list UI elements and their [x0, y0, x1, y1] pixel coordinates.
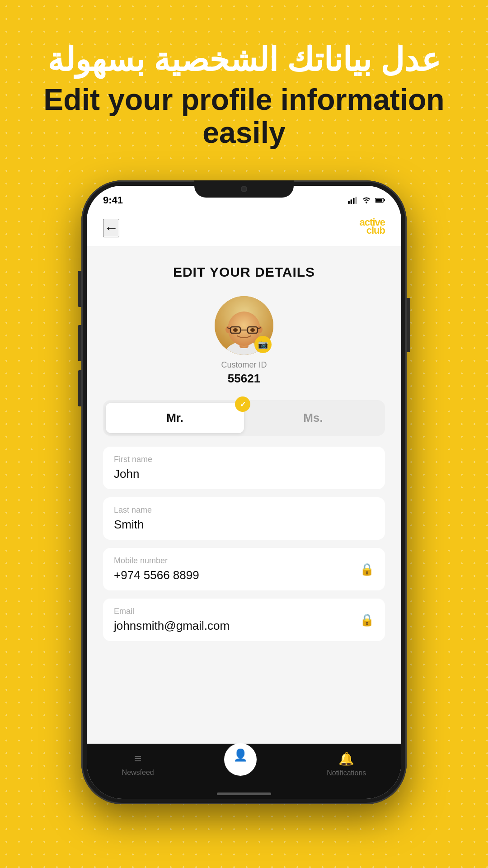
profile-nav-button[interactable]: 👤 Profile	[224, 743, 257, 776]
app-header: ← active club	[87, 210, 401, 246]
signal-icon	[348, 197, 358, 204]
avatar-wrapper: 📷	[215, 296, 273, 355]
email-field: Email johnsmith@gmail.com 🔒	[103, 599, 385, 641]
page-container: عدل بياناتك الشخصية بسهولة Edit your pro…	[0, 0, 488, 804]
back-button[interactable]: ←	[103, 219, 119, 237]
nav-label-profile: Profile	[231, 764, 249, 771]
email-value: johnsmith@gmail.com	[114, 619, 374, 633]
first-name-value: John	[114, 467, 374, 481]
nav-label-notifications: Notifications	[327, 769, 366, 777]
svg-rect-3	[355, 197, 357, 204]
notifications-icon: 🔔	[338, 751, 354, 766]
nav-item-notifications[interactable]: 🔔 Notifications	[327, 751, 366, 777]
email-label: Email	[114, 607, 374, 616]
svg-rect-0	[348, 201, 350, 204]
headline-arabic: عدل بياناتك الشخصية بسهولة	[47, 41, 441, 79]
mobile-value: +974 5566 8899	[114, 568, 374, 582]
last-name-label: Last name	[114, 505, 374, 515]
avatar-section: 📷 Customer ID 55621	[103, 296, 385, 386]
section-title: EDIT YOUR DETAILS	[103, 264, 385, 280]
phone-shell: 9:41	[81, 180, 407, 804]
app-logo: active club	[360, 220, 385, 236]
lock-icon-mobile: 🔒	[360, 562, 374, 576]
svg-rect-7	[384, 199, 385, 201]
camera-badge[interactable]: 📷	[254, 336, 272, 353]
battery-icon	[375, 197, 385, 204]
gender-selector: Mr. ✓ Ms.	[103, 400, 385, 436]
status-time: 9:41	[103, 194, 123, 206]
svg-point-4	[366, 202, 367, 204]
nav-item-newsfeed[interactable]: ≡ Newsfeed	[122, 751, 154, 777]
svg-point-19	[233, 328, 238, 332]
last-name-field[interactable]: Last name Smith	[103, 497, 385, 540]
profile-icon: 👤	[233, 748, 248, 762]
scroll-content[interactable]: EDIT YOUR DETAILS	[87, 246, 401, 744]
phone-notch	[194, 180, 294, 198]
svg-rect-6	[375, 199, 382, 202]
home-indicator-bar	[87, 789, 401, 799]
gender-ms-option[interactable]: Ms.	[244, 403, 382, 433]
status-icons	[348, 197, 385, 204]
svg-rect-2	[353, 198, 355, 204]
nav-item-profile[interactable]: 👤 Profile	[224, 752, 257, 776]
headline-english: Edit your profile information easily	[0, 83, 488, 149]
newsfeed-icon: ≡	[134, 751, 141, 766]
nav-label-newsfeed: Newsfeed	[122, 769, 154, 777]
bottom-nav: ≡ Newsfeed 👤 Profile 🔔 Notifications	[87, 744, 401, 789]
first-name-field[interactable]: First name John	[103, 447, 385, 489]
first-name-label: First name	[114, 455, 374, 464]
last-name-value: Smith	[114, 518, 374, 532]
customer-id-value: 55621	[228, 372, 260, 386]
home-indicator	[217, 793, 271, 795]
mobile-number-field: Mobile number +974 5566 8899 🔒	[103, 548, 385, 590]
svg-rect-1	[351, 199, 352, 204]
mobile-label: Mobile number	[114, 556, 374, 566]
camera-dot	[241, 186, 247, 192]
svg-point-20	[250, 328, 255, 332]
phone-screen: 9:41	[87, 186, 401, 799]
phone-mockup: 9:41	[81, 180, 407, 804]
customer-id-label: Customer ID	[221, 360, 267, 370]
wifi-icon	[361, 197, 371, 204]
lock-icon-email: 🔒	[360, 613, 374, 627]
gender-mr-option[interactable]: Mr. ✓	[106, 403, 244, 433]
